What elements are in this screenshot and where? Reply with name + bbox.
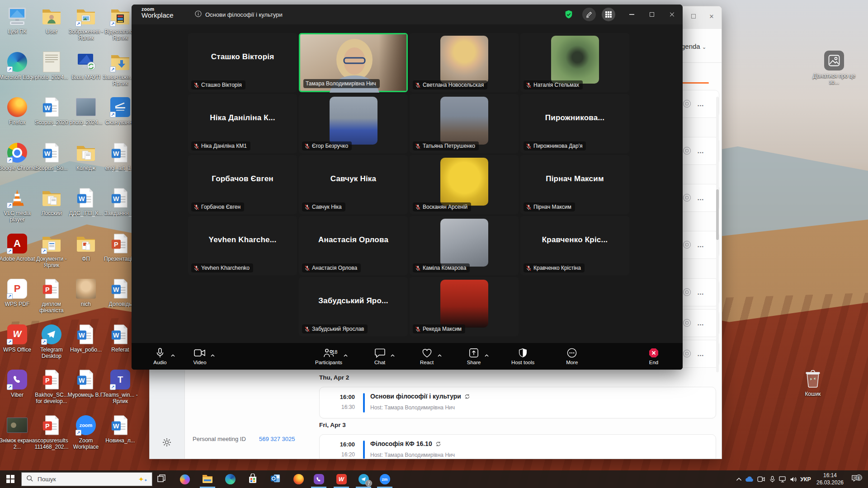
meeting-more-icon[interactable]: …: [697, 288, 704, 296]
participant-tile-5[interactable]: Ніка Даніліна К...Ніка Даніліна КМ1: [188, 94, 297, 153]
apps-grid-icon[interactable]: [602, 8, 615, 21]
file-explorer-icon: [202, 474, 213, 485]
meeting-more-icon[interactable]: …: [697, 100, 704, 108]
client-maximize-button[interactable]: [687, 11, 700, 23]
taskbar-search-box[interactable]: Пошук ✦✦: [21, 472, 152, 486]
chat-button[interactable]: Chat: [368, 347, 392, 365]
participant-name-chip: Пірнач Максим: [524, 202, 575, 211]
participant-tile-2[interactable]: Тамара Володимирівна Нич: [299, 33, 408, 92]
meet-now-icon[interactable]: [755, 470, 766, 488]
end-button[interactable]: End: [642, 347, 666, 365]
host-tools-button[interactable]: Host tools: [509, 347, 537, 365]
annotate-pen-icon[interactable]: [582, 8, 596, 21]
meeting-more-icon[interactable]: …: [697, 194, 704, 202]
schedule-day-header: Thu, Apr 2: [319, 374, 349, 381]
chevron-up-icon[interactable]: [438, 352, 442, 358]
participant-tile-4[interactable]: Наталія Стельмах: [520, 33, 629, 92]
scrollbar-thumb[interactable]: [716, 189, 719, 240]
participant-tile-9[interactable]: Горбачов ЄвгенГорбачов Євген: [188, 155, 297, 214]
agenda-dropdown[interactable]: genda ⌄: [681, 42, 706, 50]
desktop-icon-learn[interactable]: Дізнатися про це зо...: [813, 50, 855, 85]
share-button[interactable]: Share: [462, 347, 486, 365]
chevron-up-icon[interactable]: [391, 352, 395, 358]
microphone-tray-icon[interactable]: [767, 470, 777, 488]
desktop-icon-recycle[interactable]: Кошик: [792, 368, 834, 397]
taskbar-zoom-button[interactable]: zm: [376, 470, 394, 488]
meeting-copy-icon[interactable]: [683, 288, 691, 296]
meeting-more-icon[interactable]: …: [697, 147, 704, 155]
taskbar-telegram-button[interactable]: 7: [354, 470, 373, 488]
taskbar-task-view-button[interactable]: [152, 470, 170, 488]
taskbar-outlook-button[interactable]: [266, 470, 284, 488]
participant-tile-17[interactable]: Забудський Яро...Забудський Ярослав: [299, 277, 408, 336]
participant-tile-12[interactable]: Пірнач МаксимПірнач Максим: [520, 155, 629, 214]
taskbar-viber-button[interactable]: [310, 470, 328, 488]
action-center-button[interactable]: 1: [849, 470, 861, 488]
taskbar-clock[interactable]: 16:1426.03.2026: [814, 470, 846, 488]
meeting-more-icon[interactable]: …: [697, 241, 704, 249]
tray-chevron-up-icon[interactable]: [734, 470, 743, 488]
meeting-copy-icon[interactable]: [683, 241, 691, 249]
taskbar-edge-button[interactable]: [221, 470, 239, 488]
meeting-copy-icon[interactable]: [683, 194, 691, 202]
meeting-more-icon[interactable]: …: [697, 350, 704, 357]
participant-tile-8[interactable]: Пирожникова...Пирожникова Дар'я: [520, 94, 629, 153]
muted-mic-icon: [304, 143, 310, 149]
client-close-button[interactable]: ✕: [705, 11, 718, 23]
schedule-meeting-card[interactable]: 16:0016:20Філософія КФ 16.10Host: Тамара…: [319, 434, 716, 459]
network-icon[interactable]: [777, 470, 788, 488]
participant-tile-10[interactable]: Савчук НікаСавчук Ніка: [299, 155, 408, 214]
meeting-copy-icon[interactable]: [683, 350, 691, 357]
maximize-button[interactable]: [643, 5, 661, 24]
taskbar-firefox-button[interactable]: [289, 470, 307, 488]
meeting-copy-icon[interactable]: [683, 147, 691, 155]
chevron-up-icon[interactable]: [344, 352, 348, 358]
participant-tile-3[interactable]: Светлана Новосельская: [410, 33, 519, 92]
chevron-up-icon[interactable]: [171, 352, 175, 358]
meeting-copy-icon[interactable]: [683, 319, 691, 327]
participant-tile-18[interactable]: Рекеда Максим: [410, 277, 519, 336]
participants-button[interactable]: Participants18: [312, 347, 345, 365]
participant-tile-14[interactable]: Анастасія ОрловаАнастасія Орлова: [299, 216, 408, 275]
participant-tile-15[interactable]: Каміла Комарова: [410, 216, 519, 275]
language-indicator[interactable]: УКР: [798, 470, 813, 488]
schedule-meeting-card[interactable]: 16:0016:30Основи філософії і культуриHos…: [319, 387, 716, 418]
more-button[interactable]: More: [560, 347, 584, 365]
participant-name-chip: Восканян Арсеній: [413, 202, 471, 211]
client-scrollbar[interactable]: [716, 97, 719, 372]
chevron-up-icon[interactable]: [211, 352, 215, 358]
chevron-up-icon[interactable]: [485, 352, 489, 358]
participant-tile-1[interactable]: Сташко ВікторіяСташко Вікторія: [188, 33, 297, 92]
participant-display-name: Сташко Вікторія: [188, 33, 297, 80]
speaker-icon[interactable]: [788, 470, 799, 488]
onedrive-cloud-icon[interactable]: [744, 470, 755, 488]
task-view-icon: [157, 474, 166, 485]
taskbar-file-explorer-button[interactable]: [198, 470, 217, 488]
meeting-start-time: 16:00: [333, 441, 355, 448]
taskbar-wps-button[interactable]: W: [332, 470, 350, 488]
settings-gear-icon[interactable]: [162, 438, 171, 449]
participant-name-chip: Татьяна Петрушенко: [413, 141, 479, 150]
personal-meeting-id-value[interactable]: 569 327 3025: [259, 436, 295, 442]
taskbar-copilot-button[interactable]: [176, 470, 194, 488]
taskbar-store-button[interactable]: [244, 470, 262, 488]
video-button[interactable]: Video: [188, 347, 212, 365]
participant-tile-7[interactable]: Татьяна Петрушенко: [410, 94, 519, 153]
muted-mic-icon: [193, 204, 199, 210]
participant-tile-13[interactable]: Yevhen Kharche...Yevhen Kharchenko: [188, 216, 297, 275]
participant-name-chip: Горбачов Євген: [191, 202, 244, 211]
meeting-copy-icon[interactable]: [683, 100, 691, 108]
audio-button[interactable]: Audio: [148, 347, 172, 365]
start-button[interactable]: [6, 475, 14, 483]
participant-tile-16[interactable]: Кравченко Кріс...Кравченко Крістіна: [520, 216, 629, 275]
meeting-title: Основи філософії і культури: [195, 5, 283, 24]
close-button[interactable]: [663, 5, 681, 24]
react-button[interactable]: React: [415, 347, 439, 365]
meeting-more-icon[interactable]: …: [697, 319, 704, 327]
participant-tile-6[interactable]: Єгор Безручко: [299, 94, 408, 153]
participant-tile-11[interactable]: Восканян Арсеній: [410, 155, 519, 214]
participant-name-chip: Наталія Стельмах: [524, 80, 583, 89]
info-icon[interactable]: [195, 10, 202, 19]
minimize-button[interactable]: [623, 5, 641, 24]
security-shield-icon[interactable]: [562, 8, 576, 21]
